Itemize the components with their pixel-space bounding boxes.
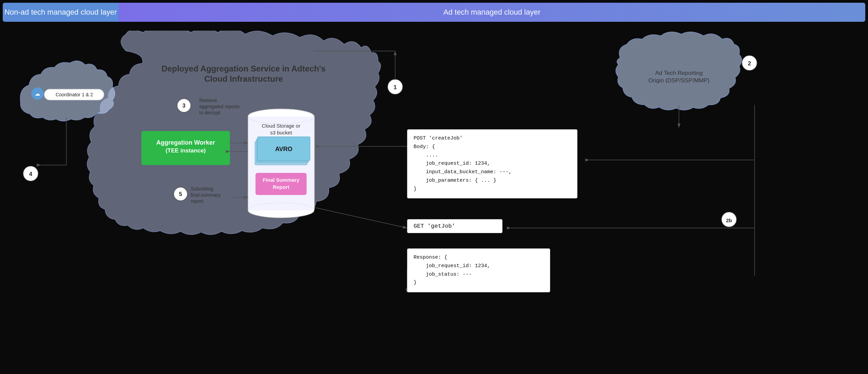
svg-text:4: 4 — [29, 171, 32, 177]
svg-rect-16 — [256, 139, 309, 163]
svg-line-45 — [315, 208, 407, 228]
svg-text:1: 1 — [393, 84, 397, 91]
svg-text:Coordinator 1 & 2: Coordinator 1 & 2 — [56, 92, 93, 97]
svg-text:Deployed Aggregation Service i: Deployed Aggregation Service in Adtech's — [161, 64, 325, 73]
svg-text:Cloud Storage or: Cloud Storage or — [262, 123, 300, 129]
svg-text:Final Summary: Final Summary — [263, 177, 299, 183]
svg-text:☁: ☁ — [35, 91, 40, 97]
badge-4 — [23, 166, 38, 181]
svg-rect-9 — [248, 115, 314, 210]
diagram: ☁ Coordinator 1 & 2 Deployed Aggregation… — [0, 31, 868, 374]
svg-point-11 — [248, 203, 314, 218]
svg-text:s3 bucket: s3 bucket — [270, 130, 292, 135]
svg-text:(TEE instance): (TEE instance) — [166, 147, 206, 154]
response-box: Response: { job_request_id: 1234, job_st… — [407, 248, 550, 292]
svg-rect-6 — [141, 131, 230, 165]
coordinator-cloud: ☁ Coordinator 1 & 2 — [20, 61, 115, 121]
svg-text:2: 2 — [748, 60, 751, 67]
svg-point-22 — [177, 99, 191, 112]
svg-rect-12 — [248, 116, 314, 210]
get-job-box: GET 'getJob' — [407, 219, 502, 233]
svg-point-27 — [174, 187, 187, 201]
svg-text:Origin (DSP/SSP/MMP): Origin (DSP/SSP/MMP) — [648, 77, 709, 84]
svg-rect-2 — [44, 89, 104, 100]
svg-text:2b: 2b — [726, 217, 732, 223]
svg-text:Submitting: Submitting — [191, 186, 213, 192]
svg-text:Retrieve: Retrieve — [199, 98, 217, 103]
center-cloud: Deployed Aggregation Service in Adtech's… — [87, 31, 381, 235]
badge-2b — [722, 212, 737, 227]
badge-1 — [388, 79, 403, 94]
post-create-job-box: POST 'createJob' Body: { .... job_reques… — [407, 129, 577, 198]
svg-rect-19 — [255, 173, 307, 195]
get-job-text: GET 'getJob' — [414, 223, 455, 229]
response-text: Response: { job_request_id: 1234, job_st… — [414, 254, 544, 287]
svg-text:Aggregation Worker: Aggregation Worker — [156, 139, 215, 146]
svg-point-0 — [31, 87, 44, 100]
banner-left-label: Non-ad tech managed cloud layer — [4, 8, 117, 17]
svg-text:final summary: final summary — [191, 192, 220, 198]
svg-rect-15 — [255, 141, 307, 165]
diagram-svg: ☁ Coordinator 1 & 2 Deployed Aggregation… — [0, 31, 868, 374]
svg-text:3: 3 — [183, 103, 186, 109]
post-create-job-text: POST 'createJob' Body: { .... job_reques… — [414, 134, 571, 193]
svg-text:Ad Tech Reporting: Ad Tech Reporting — [655, 70, 703, 76]
svg-point-10 — [248, 109, 314, 124]
banner-left: Non-ad tech managed cloud layer — [3, 3, 119, 22]
svg-text:5: 5 — [179, 191, 182, 197]
banner-right-label: Ad tech managed cloud layer — [444, 8, 541, 17]
badge-2 — [742, 55, 757, 70]
svg-text:report: report — [191, 198, 203, 204]
top-banner: Non-ad tech managed cloud layer Ad tech … — [0, 0, 868, 25]
svg-text:to decrypt: to decrypt — [199, 110, 220, 115]
svg-text:aggregated reports: aggregated reports — [199, 104, 239, 109]
svg-text:AVRO: AVRO — [275, 146, 293, 152]
svg-text:Report: Report — [273, 184, 289, 190]
adtech-cloud: Ad Tech Reporting Origin (DSP/SSP/MMP) — [616, 32, 742, 110]
svg-rect-17 — [258, 137, 310, 161]
banner-right: Ad tech managed cloud layer — [119, 3, 865, 22]
svg-text:Cloud Infrastructure: Cloud Infrastructure — [204, 74, 283, 83]
